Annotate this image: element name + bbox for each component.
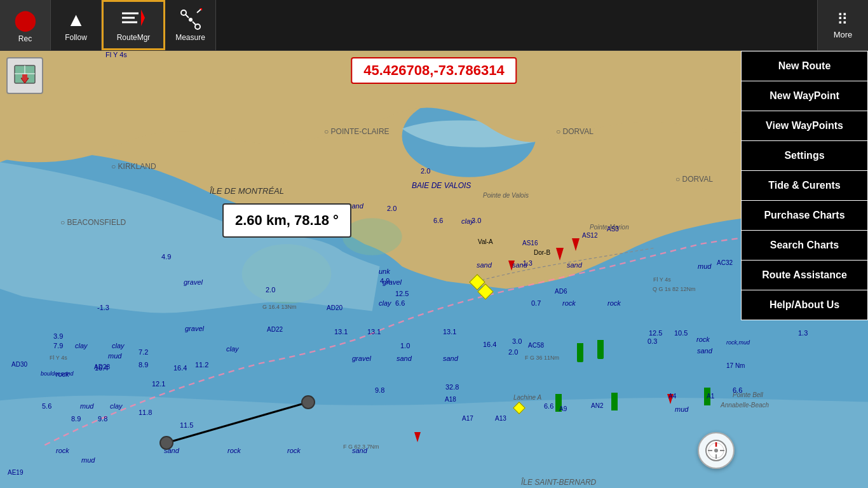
view-waypoints-button[interactable]: View WayPoints xyxy=(741,111,868,141)
follow-button[interactable]: ▲ Follow xyxy=(51,0,102,50)
rec-icon: ⬤ xyxy=(14,8,37,32)
buoy-green-5 xyxy=(704,388,710,405)
coordinates-display: 45.426708,-73.786314 xyxy=(351,57,517,84)
settings-button[interactable]: Settings xyxy=(741,141,868,171)
svg-marker-3 xyxy=(141,10,145,26)
right-menu: New Route New WayPoint View WayPoints Se… xyxy=(741,51,868,320)
svg-rect-20 xyxy=(22,74,27,79)
svg-point-5 xyxy=(195,24,200,29)
follow-icon: ▲ xyxy=(67,9,86,30)
more-button[interactable]: ⠿ More xyxy=(817,0,868,50)
svg-line-8 xyxy=(193,22,196,25)
measure-button[interactable]: Measure xyxy=(165,0,216,50)
svg-point-25 xyxy=(714,449,718,452)
measure-label: Measure xyxy=(175,33,205,42)
chart-download-button[interactable] xyxy=(6,57,43,94)
new-route-button[interactable]: New Route xyxy=(741,51,868,81)
search-charts-button[interactable]: Search Charts xyxy=(741,231,868,261)
routemgr-button[interactable]: RouteMgr xyxy=(102,0,165,50)
svg-line-7 xyxy=(186,15,189,18)
buoy-green-4 xyxy=(611,393,618,410)
tide-currents-button[interactable]: Tide & Curents xyxy=(741,171,868,201)
map-container[interactable]: 45.426708,-73.786314 New Route New WayPo… xyxy=(0,51,868,488)
follow-label: Follow xyxy=(65,33,87,42)
measure-tooltip: 2.60 km, 78.18 ° xyxy=(222,203,351,238)
svg-point-14 xyxy=(342,218,402,255)
toolbar: ⬤ Rec ▲ Follow RouteMgr xyxy=(0,0,868,51)
coordinates-text: 45.426708,-73.786314 xyxy=(363,62,504,78)
svg-point-4 xyxy=(181,10,186,15)
map-svg xyxy=(0,51,868,488)
measure-text: 2.60 km, 78.18 ° xyxy=(235,212,339,228)
buoy-green-3 xyxy=(555,394,562,412)
routemgr-icon xyxy=(121,8,146,32)
compass-button[interactable] xyxy=(698,432,735,469)
rec-button[interactable]: ⬤ Rec xyxy=(0,0,51,50)
purchase-charts-button[interactable]: Purchase Charts xyxy=(741,201,868,231)
new-waypoint-button[interactable]: New WayPoint xyxy=(741,81,868,111)
compass-icon xyxy=(705,439,728,462)
buoy-green-2 xyxy=(597,340,604,359)
rec-label: Rec xyxy=(18,34,32,43)
svg-point-6 xyxy=(189,18,193,22)
more-dots-icon: ⠿ xyxy=(837,11,849,29)
chart-icon xyxy=(13,64,36,87)
left-panel xyxy=(6,57,43,97)
buoy-green-1 xyxy=(577,343,583,362)
help-about-button[interactable]: Help/About Us xyxy=(741,290,868,320)
route-assistance-button[interactable]: Route Assistance xyxy=(741,261,868,290)
measure-icon xyxy=(179,8,202,33)
routemgr-label: RouteMgr xyxy=(117,33,151,42)
more-label: More xyxy=(834,30,853,39)
